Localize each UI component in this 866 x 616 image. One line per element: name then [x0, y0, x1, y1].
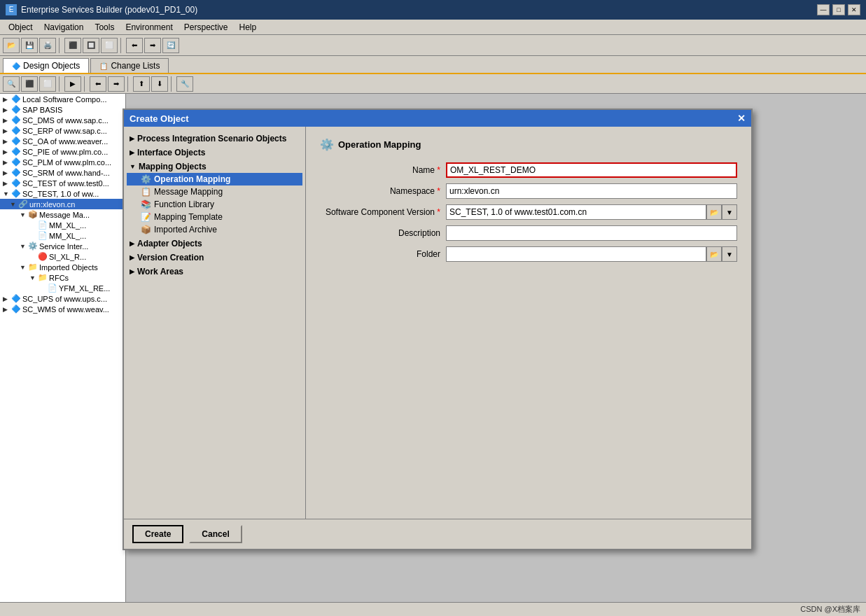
dropdown-folder-button[interactable]: ▼: [722, 246, 737, 262]
nav-item-message-mapping[interactable]: 📋 Message Mapping: [127, 186, 302, 198]
nav-arrow-adapter: ▶: [130, 240, 134, 247]
input-name[interactable]: [446, 162, 737, 178]
nav-group-version: ▶ Version Creation: [127, 251, 302, 264]
form-row-namespace: Namespace: [320, 183, 737, 199]
nav-label-process: Process Integration Scenario Objects: [137, 134, 286, 144]
scv-input-group: 📂 ▼: [446, 204, 737, 220]
nav-label-imp-arch: Imported Archive: [154, 225, 217, 234]
label-namespace: Namespace: [320, 186, 446, 196]
dialog-title-bar: Create Object ✕: [124, 110, 751, 127]
map-tmpl-icon: 📝: [141, 212, 151, 222]
nav-item-imported-archive[interactable]: 📦 Imported Archive: [127, 223, 302, 236]
section-title-label: Operation Mapping: [338, 139, 421, 150]
nav-arrow-version: ▶: [130, 254, 134, 261]
nav-label-interface: Interface Objects: [137, 148, 205, 158]
browse-folder-button[interactable]: 📂: [706, 246, 722, 262]
nav-header-version[interactable]: ▶ Version Creation: [127, 251, 302, 264]
nav-arrow-mapping: ▼: [130, 163, 136, 170]
dialog-title-label: Create Object: [130, 113, 189, 124]
nav-label-workareas: Work Areas: [137, 267, 183, 276]
section-icon: ⚙️: [320, 138, 334, 151]
nav-header-workareas[interactable]: ▶ Work Areas: [127, 265, 302, 278]
func-lib-icon: 📚: [141, 200, 151, 209]
nav-group-adapter: ▶ Adapter Objects: [127, 237, 302, 250]
nav-arrow-workareas: ▶: [130, 268, 134, 275]
input-folder[interactable]: [446, 246, 706, 262]
create-button[interactable]: Create: [132, 525, 183, 543]
form-section-title: ⚙️ Operation Mapping: [320, 138, 737, 151]
label-name: Name: [320, 165, 446, 175]
imp-arch-icon: 📦: [141, 225, 151, 234]
input-namespace[interactable]: [446, 183, 737, 199]
nav-header-adapter[interactable]: ▶ Adapter Objects: [127, 237, 302, 250]
nav-label-adapter: Adapter Objects: [137, 239, 202, 248]
label-folder: Folder: [320, 249, 446, 259]
nav-group-interface: ▶ Interface Objects: [127, 146, 302, 159]
cancel-button[interactable]: Cancel: [189, 525, 242, 543]
nav-item-mapping-template[interactable]: 📝 Mapping Template: [127, 211, 302, 223]
nav-group-workareas: ▶ Work Areas: [127, 265, 302, 278]
create-object-dialog: Create Object ✕ ▶ Process Integration Sc…: [123, 108, 753, 550]
form-row-folder: Folder 📂 ▼: [320, 246, 737, 262]
msg-mapping-icon: 📋: [141, 187, 151, 197]
input-description[interactable]: [446, 225, 737, 241]
nav-label-version: Version Creation: [137, 253, 204, 262]
nav-item-function-library[interactable]: 📚 Function Library: [127, 198, 302, 211]
nav-item-operation-mapping[interactable]: ⚙️ Operation Mapping: [127, 173, 302, 186]
label-scv: Software Component Version: [320, 207, 446, 217]
nav-label-map-tmpl: Mapping Template: [154, 212, 223, 222]
nav-header-interface[interactable]: ▶ Interface Objects: [127, 146, 302, 159]
dialog-body: ▶ Process Integration Scenario Objects ▶…: [124, 127, 751, 519]
nav-header-mapping[interactable]: ▼ Mapping Objects: [127, 160, 302, 173]
dialog-nav: ▶ Process Integration Scenario Objects ▶…: [124, 127, 306, 519]
browse-scv-button[interactable]: 📂: [706, 204, 722, 220]
label-description: Description: [320, 228, 446, 238]
dialog-overlay: Create Object ✕ ▶ Process Integration Sc…: [0, 0, 866, 616]
dialog-footer: Create Cancel: [124, 519, 751, 549]
input-scv[interactable]: [446, 204, 706, 220]
nav-label-msg-mapping: Message Mapping: [154, 187, 223, 197]
nav-arrow-interface: ▶: [130, 149, 134, 156]
nav-group-mapping: ▼ Mapping Objects ⚙️ Operation Mapping 📋…: [127, 160, 302, 236]
nav-label-func-lib: Function Library: [154, 200, 214, 209]
nav-header-process[interactable]: ▶ Process Integration Scenario Objects: [127, 132, 302, 145]
dialog-close-button[interactable]: ✕: [737, 113, 746, 124]
form-row-name: Name: [320, 162, 737, 178]
form-row-scv: Software Component Version 📂 ▼: [320, 204, 737, 220]
form-row-description: Description: [320, 225, 737, 241]
folder-input-group: 📂 ▼: [446, 246, 737, 262]
nav-group-process: ▶ Process Integration Scenario Objects: [127, 132, 302, 145]
nav-label-mapping: Mapping Objects: [139, 162, 207, 172]
nav-arrow-process: ▶: [130, 135, 134, 142]
dialog-form: ⚙️ Operation Mapping Name Namespace Soft…: [306, 127, 751, 519]
op-mapping-icon: ⚙️: [141, 174, 151, 184]
dropdown-scv-button[interactable]: ▼: [722, 204, 737, 220]
nav-label-op-mapping: Operation Mapping: [154, 174, 230, 184]
